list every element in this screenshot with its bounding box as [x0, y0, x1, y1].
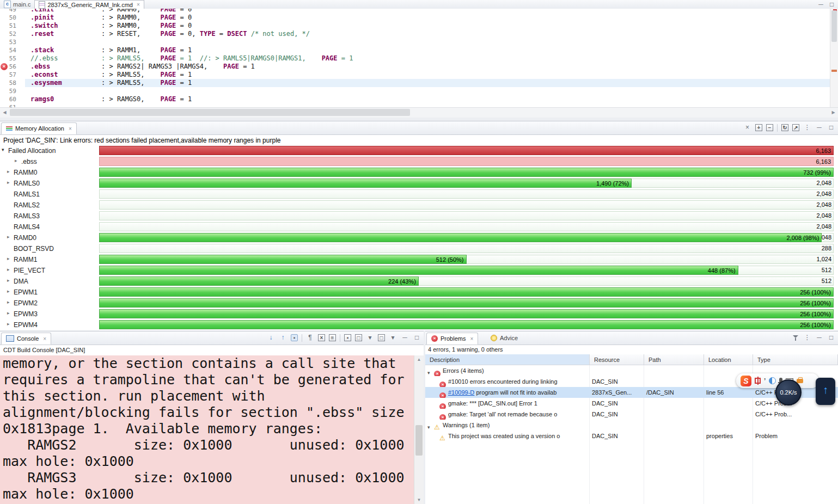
- code-line[interactable]: .pinit : > RAMM0, PAGE = 0: [25, 14, 830, 22]
- tree-expand-icon[interactable]: ▸: [7, 321, 10, 327]
- upload-arrow-badge[interactable]: ↑: [816, 378, 835, 405]
- memory-row-ramls3[interactable]: RAMLS32,048: [0, 211, 838, 222]
- problems-row[interactable]: ⚠This project was created using a versio…: [425, 431, 838, 441]
- code-line[interactable]: .ebss : > RAMGS2| RAMGS3 |RAMGS4, PAGE =…: [25, 63, 830, 71]
- scroll-down-icon[interactable]: ▼: [414, 496, 424, 504]
- code-line[interactable]: //.ebss : > RAMLS5, PAGE = 1 //: > RAMLS…: [25, 54, 830, 63]
- code-line[interactable]: .esysmem : > RAMLS5, PAGE = 1: [25, 79, 830, 87]
- code-line[interactable]: .switch : > RAMM0, PAGE = 0: [25, 22, 830, 30]
- close-view-icon[interactable]: ×: [470, 336, 473, 342]
- expand-all-icon[interactable]: +: [755, 124, 762, 131]
- ime-toolbox-icon[interactable]: [797, 379, 803, 383]
- tab-problems[interactable]: × Problems ×: [426, 333, 478, 345]
- close-tab-icon[interactable]: ×: [137, 2, 140, 8]
- problems-row[interactable]: ×gmake: *** [DAC_SIN.out] Error 1DAC_SIN…: [425, 398, 838, 409]
- code-line[interactable]: .econst : > RAMLS5, PAGE = 1: [25, 71, 830, 79]
- scroll-up-icon[interactable]: ▲: [414, 355, 424, 364]
- problem-id-link[interactable]: #10099-D: [448, 389, 474, 396]
- code-line[interactable]: [25, 38, 830, 46]
- error-marker-icon[interactable]: ×: [1, 63, 8, 70]
- tree-expand-icon[interactable]: ▸: [7, 180, 10, 185]
- scrollbar-thumb[interactable]: [831, 10, 837, 42]
- minimize-icon[interactable]: ─: [817, 1, 825, 9]
- tree-expand-icon[interactable]: ▸: [7, 310, 10, 316]
- memory-row-ramm0[interactable]: ▸RAMM0732 (99%): [0, 167, 838, 178]
- column-header-description[interactable]: Description: [425, 354, 590, 365]
- tab-console[interactable]: Console ×: [1, 333, 51, 345]
- scroll-left-icon[interactable]: ◀: [0, 108, 9, 117]
- ime-logo-icon[interactable]: S: [741, 376, 751, 386]
- ime-punctuation-icon[interactable]: ’: [764, 377, 766, 385]
- minimize-icon[interactable]: ─: [815, 124, 823, 132]
- tree-expand-icon[interactable]: ▸: [7, 169, 10, 174]
- view-menu-icon[interactable]: ⋮: [803, 334, 811, 342]
- display-console-icon[interactable]: □: [355, 334, 362, 341]
- tab-main-c[interactable]: c main.c: [0, 0, 34, 8]
- memory-row-failed allocation[interactable]: ▾Failed Allocation6,163: [0, 145, 838, 156]
- code-editor[interactable]: .cinit : > RAMM0, PAGE = 0.pinit : > RAM…: [25, 9, 830, 108]
- close-view-icon[interactable]: ×: [43, 336, 46, 342]
- scrollbar-thumb[interactable]: [10, 109, 410, 116]
- problems-group-row[interactable]: ▾⚠Warnings (1 item): [425, 420, 838, 431]
- ime-language-icon[interactable]: [755, 378, 761, 384]
- column-header-resource[interactable]: Resource: [590, 354, 644, 365]
- tab-memory-allocation[interactable]: Memory Allocation ×: [1, 122, 77, 134]
- editor-vertical-scrollbar[interactable]: [830, 9, 838, 108]
- previous-error-icon[interactable]: ↑: [279, 334, 287, 342]
- close-view-icon[interactable]: ×: [69, 126, 72, 132]
- open-console-icon[interactable]: □: [378, 334, 385, 341]
- net-speed-badge[interactable]: 0.2K/s: [775, 379, 802, 405]
- tree-collapse-icon[interactable]: ▾: [2, 147, 4, 152]
- maximize-icon[interactable]: □: [413, 334, 421, 342]
- tree-expand-icon[interactable]: ▸: [7, 278, 10, 283]
- maximize-icon[interactable]: □: [827, 124, 835, 132]
- tree-expand-icon[interactable]: ▸: [7, 256, 10, 261]
- clear-icon[interactable]: ×: [743, 124, 751, 132]
- memory-row-epwm3[interactable]: ▸EPWM3256 (100%): [0, 309, 838, 319]
- tree-collapse-icon[interactable]: ▾: [427, 367, 430, 376]
- tree-expand-icon[interactable]: ▸: [15, 158, 17, 163]
- memory-row-ramm1[interactable]: ▸RAMM11,024512 (50%): [0, 254, 838, 265]
- memory-row-dma[interactable]: ▸DMA512224 (43%): [0, 276, 838, 287]
- pin-console-icon[interactable]: ▪: [344, 334, 351, 341]
- detach-view-icon[interactable]: ↗: [792, 124, 799, 131]
- tab-linker-cmd[interactable]: 2837xS_Generic_RAM_lnk.cmd ×: [34, 0, 144, 9]
- tree-expand-icon[interactable]: ▸: [7, 299, 10, 305]
- memory-row-pie_vect[interactable]: ▸PIE_VECT512448 (87%): [0, 265, 838, 276]
- problems-row[interactable]: ×gmake: Target 'all' not remade because …: [425, 409, 838, 420]
- minimize-icon[interactable]: ─: [815, 334, 823, 342]
- memory-row-epwm4[interactable]: ▸EPWM4256 (100%): [0, 319, 838, 330]
- tree-expand-icon[interactable]: ▸: [7, 267, 10, 272]
- memory-row-epwm1[interactable]: ▸EPWM1256 (100%): [0, 287, 838, 298]
- filter-icon[interactable]: [793, 334, 799, 341]
- collapse-all-icon[interactable]: −: [766, 124, 773, 131]
- maximize-icon[interactable]: □: [828, 1, 836, 9]
- editor-horizontal-scrollbar[interactable]: ◀ ▶: [0, 107, 838, 118]
- memory-row-ramls1[interactable]: RAMLS12,048: [0, 189, 838, 200]
- minimize-icon[interactable]: ─: [401, 334, 409, 342]
- next-error-icon[interactable]: ↓: [267, 334, 275, 342]
- clear-console-icon[interactable]: ×: [318, 334, 325, 341]
- code-line[interactable]: ramgs0 : > RAMGS0, PAGE = 1: [25, 95, 830, 103]
- memory-row-boot_rsvd[interactable]: BOOT_RSVD288: [0, 243, 838, 254]
- console-output[interactable]: memory, or the section contains a call s…: [0, 355, 414, 504]
- memory-row-ramls2[interactable]: RAMLS22,048: [0, 200, 838, 211]
- tree-collapse-icon[interactable]: ▾: [427, 422, 430, 431]
- display-console-dropdown-icon[interactable]: ▾: [366, 334, 374, 342]
- scrollbar-thumb[interactable]: [415, 425, 423, 456]
- column-header-location[interactable]: Location: [704, 354, 753, 365]
- annotation-tick[interactable]: [831, 70, 837, 72]
- refresh-icon[interactable]: ↻: [781, 124, 788, 131]
- code-line[interactable]: [25, 87, 830, 95]
- open-console-dropdown-icon[interactable]: ▾: [389, 334, 397, 342]
- memory-row-ramls4[interactable]: RAMLS42,048: [0, 222, 838, 232]
- memory-row-epwm2[interactable]: ▸EPWM2256 (100%): [0, 298, 838, 309]
- tree-expand-icon[interactable]: ▸: [7, 288, 10, 294]
- code-line[interactable]: .stack : > RAMM1, PAGE = 1: [25, 46, 830, 54]
- tab-advice[interactable]: Advice: [486, 333, 522, 343]
- maximize-icon[interactable]: □: [827, 334, 835, 342]
- ime-fullwidth-icon[interactable]: [769, 377, 776, 384]
- code-line[interactable]: .cinit : > RAMM0, PAGE = 0: [25, 9, 830, 14]
- column-header-type[interactable]: Type: [753, 354, 838, 365]
- memory-row-ebss[interactable]: ▸.ebss6,163: [0, 156, 838, 167]
